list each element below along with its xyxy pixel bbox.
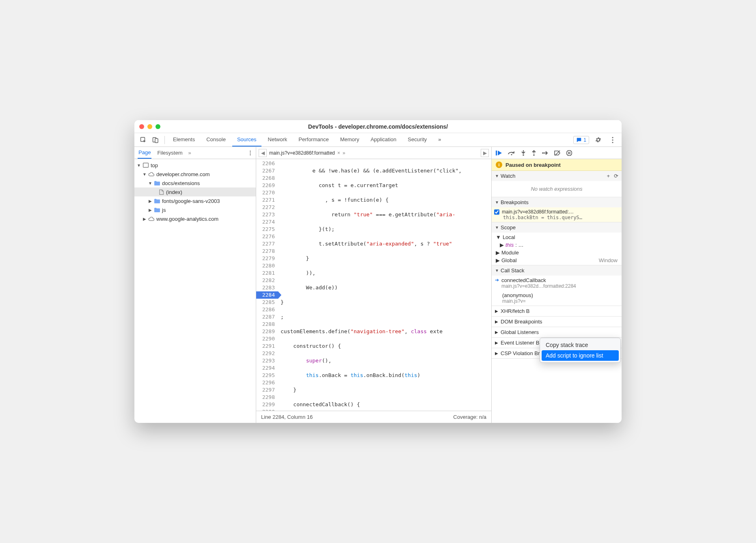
section-title: Watch <box>501 173 515 179</box>
inspect-icon[interactable] <box>138 134 149 146</box>
tree-folder-js[interactable]: ▶ js <box>134 205 256 214</box>
stack-frame[interactable]: (anonymous) main.js?v= <box>492 291 622 306</box>
tree-label: (index) <box>166 189 182 195</box>
coverage-status: Coverage: n/a <box>453 414 486 420</box>
resume-icon[interactable] <box>496 150 502 156</box>
folder-icon <box>154 198 160 204</box>
editor-filename: main.js?v=e382d86f:formatted <box>269 150 335 156</box>
tab-sources[interactable]: Sources <box>232 133 261 147</box>
tabs-overflow-icon[interactable]: » <box>433 133 446 147</box>
deactivate-breakpoints-icon[interactable] <box>554 150 561 156</box>
cloud-icon <box>148 216 155 222</box>
svg-rect-10 <box>496 151 497 155</box>
svg-rect-17 <box>570 152 570 154</box>
step-out-icon[interactable] <box>531 150 536 156</box>
sidebar-tabs-overflow-icon[interactable]: » <box>188 150 191 156</box>
breakpoint-item[interactable]: main.js?v=e382d86f:formatted:… this.back… <box>492 207 622 222</box>
refresh-icon[interactable]: ⟳ <box>614 173 618 179</box>
window-title: DevTools - developer.chrome.com/docs/ext… <box>160 123 596 130</box>
tab-performance[interactable]: Performance <box>294 133 333 147</box>
current-frame-icon: ➔ <box>495 277 499 289</box>
pause-exceptions-icon[interactable] <box>566 150 572 156</box>
global-listeners-header[interactable]: ▶Global Listeners <box>492 327 622 337</box>
cloud-icon <box>148 171 155 177</box>
devtools-window: DevTools - developer.chrome.com/docs/ext… <box>134 120 622 423</box>
dom-breakpoints-header[interactable]: ▶DOM Breakpoints <box>492 317 622 327</box>
breakpoint-label: main.js?v=e382d86f:formatted:… <box>502 209 574 215</box>
xhr-breakpoints-header[interactable]: ▶XHR/fetch B <box>492 306 622 316</box>
breakpoint-checkbox[interactable] <box>494 209 499 215</box>
tree-top[interactable]: ▼ top <box>134 161 256 170</box>
tab-console[interactable]: Console <box>201 133 231 147</box>
svg-point-6 <box>250 151 251 151</box>
callstack-section-header[interactable]: ▼Call Stack <box>492 265 622 276</box>
step-into-icon[interactable] <box>521 150 526 156</box>
code-lines: e && !we.has(e) && (e.addEventListener("… <box>278 159 491 411</box>
frame-icon <box>143 162 149 168</box>
tree-folder-fonts[interactable]: ▶ fonts/google-sans-v2003 <box>134 196 256 205</box>
tab-application[interactable]: Application <box>366 133 402 147</box>
scope-local[interactable]: ▼Local <box>493 233 620 241</box>
editor-nav-back-icon[interactable]: ◀ <box>259 149 267 157</box>
svg-rect-9 <box>143 163 149 168</box>
issues-badge[interactable]: 1 <box>573 136 589 144</box>
scope-section-header[interactable]: ▼Scope <box>492 222 622 233</box>
watch-section-header[interactable]: ▼Watch +⟳ <box>492 171 622 181</box>
file-icon <box>158 189 164 195</box>
sidebar-tab-filesystem[interactable]: Filesystem <box>156 147 183 158</box>
stack-frame-current[interactable]: ➔ connectedCallbackmain.js?v=e382d…forma… <box>492 276 622 291</box>
scope-global[interactable]: ▶GlobalWindow <box>493 256 620 264</box>
debug-sidebar: i Paused on breakpoint ▼Watch +⟳ No watc… <box>492 147 622 423</box>
close-window-button[interactable] <box>139 124 144 129</box>
tab-network[interactable]: Network <box>263 133 292 147</box>
step-over-icon[interactable] <box>508 151 515 155</box>
settings-icon[interactable] <box>592 134 604 146</box>
main-toolbar: Elements Console Sources Network Perform… <box>134 133 622 147</box>
editor-file-tab[interactable]: main.js?v=e382d86f:formatted × <box>269 150 340 156</box>
scope-module[interactable]: ▶Module <box>493 249 620 256</box>
tree-folder-docs[interactable]: ▼ docs/extensions <box>134 179 256 187</box>
traffic-lights <box>139 124 160 129</box>
breakpoints-section-header[interactable]: ▼Breakpoints <box>492 197 622 207</box>
issues-count: 1 <box>583 137 586 143</box>
svg-rect-2 <box>155 138 158 142</box>
editor-pane: ◀ main.js?v=e382d86f:formatted × » ▶ 220… <box>256 147 492 423</box>
tab-memory[interactable]: Memory <box>335 133 364 147</box>
sidebar-tab-page[interactable]: Page <box>138 147 151 159</box>
tree-label: js <box>162 207 166 213</box>
code-area[interactable]: 2206226722682269227022712272227322742275… <box>256 159 491 411</box>
svg-point-3 <box>612 137 613 138</box>
sources-sidebar: Page Filesystem » ▼ top ▼ developer.chro… <box>134 147 256 423</box>
menu-copy-stack-trace[interactable]: Copy stack trace <box>542 340 619 350</box>
svg-point-7 <box>250 152 251 153</box>
tab-elements[interactable]: Elements <box>168 133 200 147</box>
add-watch-icon[interactable]: + <box>607 173 610 179</box>
step-icon[interactable] <box>542 151 549 155</box>
device-toggle-icon[interactable] <box>150 134 161 146</box>
menu-add-to-ignore-list[interactable]: Add script to ignore list <box>542 350 619 361</box>
editor-nav-forward-icon[interactable]: ▶ <box>481 149 489 157</box>
minimize-window-button[interactable] <box>147 124 152 129</box>
tree-label: docs/extensions <box>162 180 200 186</box>
svg-point-8 <box>250 154 251 155</box>
kebab-menu-icon[interactable] <box>607 134 618 146</box>
tree-file-index[interactable]: (index) <box>134 187 256 196</box>
close-icon[interactable]: × <box>337 150 340 156</box>
tree-domain-ga[interactable]: ▶ www.google-analytics.com <box>134 214 256 223</box>
svg-point-13 <box>533 154 535 156</box>
scope-this[interactable]: ▶this: … <box>493 241 620 249</box>
info-icon: i <box>496 162 502 168</box>
tree-label: top <box>151 162 158 168</box>
tab-security[interactable]: Security <box>403 133 432 147</box>
sidebar-kebab-icon[interactable] <box>248 149 253 157</box>
section-title: Breakpoints <box>501 199 529 205</box>
tree-domain[interactable]: ▼ developer.chrome.com <box>134 170 256 179</box>
cursor-position: Line 2284, Column 16 <box>261 414 313 420</box>
maximize-window-button[interactable] <box>156 124 160 129</box>
svg-point-14 <box>542 152 543 153</box>
paused-banner: i Paused on breakpoint <box>492 159 622 171</box>
editor-tabs-overflow-icon[interactable]: » <box>343 150 346 156</box>
svg-point-5 <box>612 142 613 143</box>
editor-statusbar: Line 2284, Column 16 Coverage: n/a <box>256 411 491 423</box>
context-menu: Copy stack trace Add script to ignore li… <box>540 338 621 363</box>
